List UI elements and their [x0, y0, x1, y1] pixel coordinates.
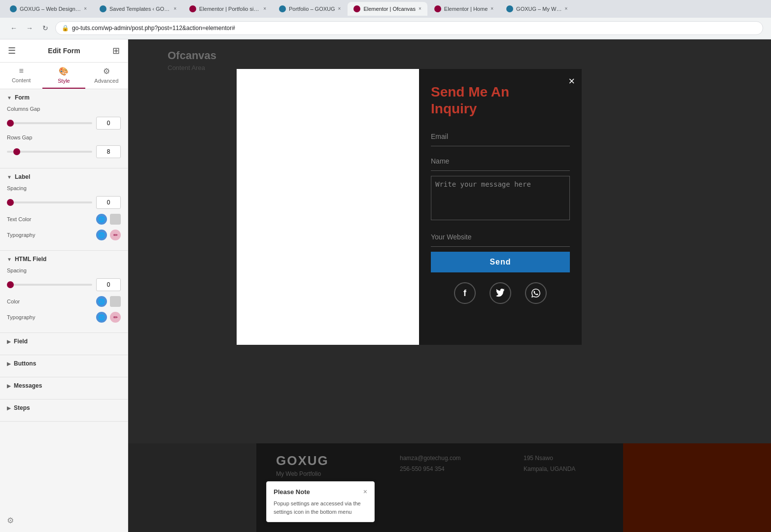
facebook-icon[interactable]: f: [454, 282, 476, 304]
rows-gap-input[interactable]: 8: [96, 145, 121, 158]
tab-close-4[interactable]: ×: [338, 6, 341, 11]
html-field-section-header[interactable]: ▼ HTML Field: [7, 256, 121, 263]
back-button[interactable]: ←: [8, 22, 20, 34]
style-tab-label: Style: [58, 78, 70, 84]
sidebar-title: Edit Form: [48, 47, 80, 55]
label-section-header[interactable]: ▼ Label: [7, 173, 121, 180]
columns-gap-slider[interactable]: [7, 122, 92, 124]
tab-close-7[interactable]: ×: [564, 6, 567, 11]
tab-style[interactable]: 🎨 Style: [42, 63, 85, 89]
whatsapp-icon[interactable]: [525, 282, 547, 304]
html-typography-row: Typography 🌐 ✏: [7, 312, 121, 323]
tab-close-3[interactable]: ×: [263, 6, 266, 11]
tab-elementor-ofcanvas[interactable]: Elementor | Ofcanvas ×: [348, 2, 427, 16]
html-color-globe-icon[interactable]: 🌐: [96, 296, 107, 307]
html-spacing-input[interactable]: 0: [96, 278, 121, 291]
please-note-close-button[interactable]: ×: [363, 488, 367, 496]
text-color-swatch[interactable]: [110, 214, 121, 225]
advanced-tab-label: Advanced: [94, 78, 118, 84]
sidebar-header: ☰ Edit Form ⊞: [0, 39, 128, 63]
tab-goxug-portfolio[interactable]: GOXUG – Web Design Portfolio ×: [4, 2, 93, 16]
columns-gap-row: Columns Gap: [7, 106, 121, 112]
label-spacing-label: Spacing: [7, 185, 121, 191]
tab-close-2[interactable]: ×: [174, 6, 176, 11]
rows-gap-slider[interactable]: [7, 151, 92, 153]
html-field-section-title: HTML Field: [15, 256, 46, 263]
steps-section-header[interactable]: ▶ Steps: [7, 404, 121, 411]
label-typography-control: 🌐 ✏: [96, 230, 121, 240]
tab-label-4: Portfolio – GOXUG: [289, 6, 335, 12]
html-spacing-slider[interactable]: [7, 284, 92, 286]
tab-favicon-7: [506, 5, 513, 12]
html-field-section: ▼ HTML Field Spacing 0 Color 🌐 Typ: [0, 251, 128, 333]
text-color-row: Text Color 🌐: [7, 214, 121, 225]
form-section-title: Form: [15, 94, 30, 101]
columns-gap-label: Columns Gap: [7, 106, 121, 112]
html-typography-globe-icon[interactable]: 🌐: [96, 312, 107, 323]
content-tab-icon: ≡: [19, 66, 23, 75]
tab-favicon-6: [434, 5, 441, 12]
advanced-tab-icon: ⚙: [103, 66, 110, 76]
tab-label-5: Elementor | Ofcanvas: [363, 6, 416, 12]
name-field[interactable]: [431, 151, 570, 171]
tab-advanced[interactable]: ⚙ Advanced: [85, 63, 128, 89]
steps-collapse-arrow: ▶: [7, 405, 11, 411]
buttons-section: ▶ Buttons: [0, 355, 128, 377]
label-typography-row: Typography 🌐 ✏: [7, 230, 121, 240]
tab-content[interactable]: ≡ Content: [0, 63, 42, 89]
settings-icon[interactable]: ⚙: [7, 516, 14, 525]
messages-section-header[interactable]: ▶ Messages: [7, 382, 121, 389]
forward-button[interactable]: →: [24, 22, 35, 34]
send-button[interactable]: Send: [431, 252, 570, 272]
tab-close-5[interactable]: ×: [419, 6, 421, 11]
label-section-title: Label: [15, 173, 30, 180]
label-spacing-slider[interactable]: [7, 201, 92, 203]
label-typography-edit-icon[interactable]: ✏: [110, 230, 121, 240]
url-bar[interactable]: 🔒 go-tuts.com/wp-admin/post.php?post=112…: [55, 21, 763, 35]
field-section-title: Field: [14, 338, 28, 345]
popup-close-button[interactable]: ×: [568, 76, 575, 87]
form-section: ▼ Form Columns Gap 0 Rows Gap 8: [0, 89, 128, 168]
please-note-message: Popup settings are accessed via the sett…: [274, 499, 367, 516]
label-spacing-slider-container: 0: [7, 196, 121, 209]
social-icons-row: f: [431, 272, 570, 304]
rows-gap-label: Rows Gap: [7, 134, 121, 140]
html-typography-label: Typography: [7, 314, 96, 320]
label-typography-globe-icon[interactable]: 🌐: [96, 230, 107, 240]
form-collapse-arrow: ▼: [7, 95, 12, 100]
hamburger-menu-icon[interactable]: ☰: [8, 45, 16, 56]
email-field[interactable]: [431, 127, 570, 146]
text-color-control: 🌐: [96, 214, 121, 225]
tab-saved-templates[interactable]: Saved Templates ‹ GOXUG … ×: [94, 2, 182, 16]
buttons-collapse-arrow: ▶: [7, 361, 11, 366]
messages-section-title: Messages: [14, 382, 42, 389]
html-spacing-slider-container: 0: [7, 278, 121, 291]
steps-section: ▶ Steps: [0, 399, 128, 422]
label-spacing-input[interactable]: 0: [96, 196, 121, 209]
label-typography-label: Typography: [7, 232, 96, 238]
tab-portfolio-goxug[interactable]: Portfolio – GOXUG ×: [273, 2, 347, 16]
grid-icon[interactable]: ⊞: [112, 45, 120, 56]
tab-close-1[interactable]: ×: [84, 6, 87, 11]
tab-goxug-my[interactable]: GOXUG – My W… ×: [500, 2, 573, 16]
html-spacing-row: Spacing: [7, 267, 121, 273]
tab-favicon-4: [279, 5, 286, 12]
tab-label-3: Elementor | Portfolio single: [199, 6, 260, 12]
html-typography-edit-icon[interactable]: ✏: [110, 312, 121, 323]
message-field[interactable]: [431, 176, 570, 220]
messages-section: ▶ Messages: [0, 377, 128, 399]
twitter-icon[interactable]: [490, 282, 511, 304]
form-section-header[interactable]: ▼ Form: [7, 94, 121, 101]
popup-form-panel: × Send Me An Inquiry Send f: [419, 69, 582, 345]
columns-gap-input[interactable]: 0: [96, 117, 121, 130]
text-color-globe-icon[interactable]: 🌐: [96, 214, 107, 225]
website-field[interactable]: [431, 227, 570, 247]
tab-elementor-portfolio[interactable]: Elementor | Portfolio single ×: [183, 2, 272, 16]
tab-elementor-home[interactable]: Elementor | Home ×: [428, 2, 499, 16]
refresh-button[interactable]: ↻: [39, 22, 51, 34]
tab-close-6[interactable]: ×: [491, 6, 493, 11]
field-section-header[interactable]: ▶ Field: [7, 338, 121, 345]
columns-gap-slider-container: 0: [7, 117, 121, 130]
html-color-swatch[interactable]: [110, 296, 121, 307]
buttons-section-header[interactable]: ▶ Buttons: [7, 360, 121, 367]
